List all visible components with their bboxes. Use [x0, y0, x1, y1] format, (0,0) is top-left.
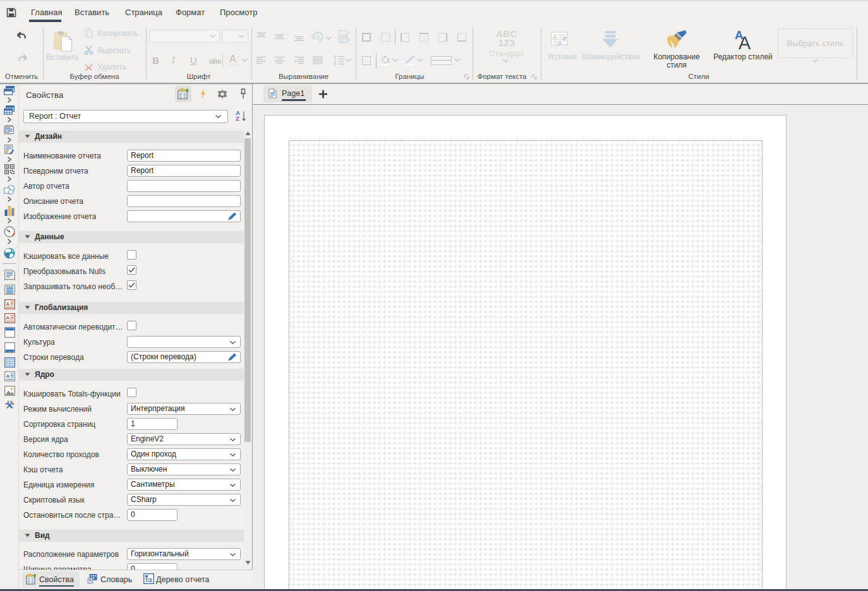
svg-text:A: A: [553, 33, 557, 40]
svg-text:A: A: [738, 33, 751, 50]
svg-text:A: A: [6, 315, 10, 321]
svg-text:A: A: [6, 301, 10, 307]
svg-text:A: A: [6, 128, 9, 132]
svg-text:A: A: [6, 373, 10, 379]
